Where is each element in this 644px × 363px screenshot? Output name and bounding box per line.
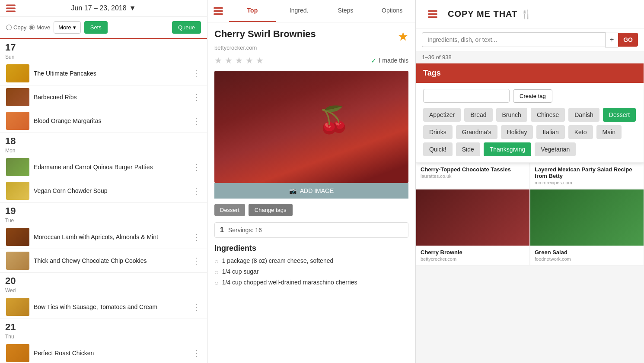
day-info: 21Thu xyxy=(5,322,17,340)
tag-chip-holiday[interactable]: Holiday xyxy=(501,125,533,139)
copy-radio[interactable] xyxy=(6,25,12,30)
meal-item[interactable]: Vegan Corn Chowder Soup ⋮ xyxy=(0,179,207,203)
tag-chip-bread[interactable]: Bread xyxy=(464,108,492,122)
servings-number: 1 xyxy=(220,226,224,234)
tag-chip-side[interactable]: Side xyxy=(456,142,480,156)
sets-button[interactable]: Sets xyxy=(84,21,108,34)
chevron-down-icon[interactable]: ▼ xyxy=(129,4,136,12)
recipe-image xyxy=(214,71,408,183)
tag-chip-grandma's[interactable]: Grandma's xyxy=(456,125,497,139)
tag-chip-danish[interactable]: Danish xyxy=(568,108,599,122)
meal-name: The Ultimate Pancakes xyxy=(34,69,186,77)
tag-chip-appetizer[interactable]: Appetizer xyxy=(423,108,461,122)
meal-item[interactable]: Thick and Chewy Chocolate Chip Cookies ⋮ xyxy=(0,249,207,273)
day-header: 20Wed xyxy=(0,273,207,295)
meal-options-icon[interactable]: ⋮ xyxy=(191,232,203,242)
search-row: + GO xyxy=(416,28,644,51)
meal-name: Blood Orange Margaritas xyxy=(34,117,186,125)
move-radio[interactable] xyxy=(29,25,35,30)
recipe-card-title: Cherry Brownie xyxy=(421,249,525,256)
day-header: 18Mon xyxy=(0,133,207,155)
star-4[interactable]: ★ xyxy=(245,55,253,66)
hamburger-menu-mid[interactable] xyxy=(207,1,229,21)
tag-chip-brunch[interactable]: Brunch xyxy=(496,108,527,122)
tag-chip-thanksgiving[interactable]: Thanksgiving xyxy=(484,142,532,156)
recipe-card-info: Cherry-Topped Chocolate Tassies lauratte… xyxy=(416,163,529,182)
star-2[interactable]: ★ xyxy=(225,55,233,66)
meal-options-icon[interactable]: ⋮ xyxy=(191,68,203,79)
day-header: 21Thu xyxy=(0,319,207,341)
meal-options-icon[interactable]: ⋮ xyxy=(191,256,203,266)
hamburger-menu-right[interactable] xyxy=(422,4,443,24)
dessert-tag[interactable]: Dessert xyxy=(214,204,245,216)
tag-search-input[interactable] xyxy=(423,89,510,103)
search-input[interactable] xyxy=(422,32,605,47)
tag-chip-dessert[interactable]: Dessert xyxy=(603,108,636,122)
queue-label: Queue xyxy=(178,24,195,31)
tab-steps[interactable]: Steps xyxy=(322,0,369,22)
meal-item[interactable]: Moroccan Lamb with Apricots, Almonds & M… xyxy=(0,225,207,249)
recipe-source: bettycrocker.com xyxy=(214,44,408,51)
recipe-card-source: laurattes.co.uk xyxy=(421,174,525,179)
servings-row: 1 Servings: 16 xyxy=(214,222,408,238)
hamburger-menu-left[interactable] xyxy=(6,5,16,12)
i-made-this[interactable]: ✓ I made this xyxy=(371,57,408,65)
mid-panel: Top Ingred. Steps Options Cherry Swirl B… xyxy=(207,0,416,363)
tag-chip-vegetarian[interactable]: Vegetarian xyxy=(535,142,576,156)
copy-radio-label[interactable]: Copy xyxy=(6,24,26,31)
meal-options-icon[interactable]: ⋮ xyxy=(191,186,203,196)
results-count: 1–36 of 938 xyxy=(416,51,644,63)
move-radio-label[interactable]: Move xyxy=(29,24,50,31)
camera-icon: 📷 xyxy=(289,187,296,194)
recipe-card[interactable]: Cherry Brownie bettycrocker.com xyxy=(416,189,530,265)
ingredient-item: ○ 1/4 cup sugar xyxy=(214,268,408,276)
more-button[interactable]: More ▾ xyxy=(54,21,81,34)
tab-ingredients[interactable]: Ingred. xyxy=(276,0,322,22)
meal-options-icon[interactable]: ⋮ xyxy=(191,162,203,172)
star-1[interactable]: ★ xyxy=(214,55,222,66)
recipe-card-info: Layered Mexican Party Salad Recipe from … xyxy=(530,163,644,189)
tab-options[interactable]: Options xyxy=(369,0,415,22)
star-3[interactable]: ★ xyxy=(235,55,243,66)
recipe-rating: ★ ★ ★ ★ ★ ✓ I made this xyxy=(214,55,408,66)
tag-chip-quick![interactable]: Quick! xyxy=(423,142,453,156)
meal-options-icon[interactable]: ⋮ xyxy=(191,116,203,126)
queue-button[interactable]: Queue xyxy=(172,21,201,34)
meal-options-icon[interactable]: ⋮ xyxy=(191,348,203,358)
meal-name: Bow Ties with Sausage, Tomatoes and Crea… xyxy=(34,303,186,311)
meal-item[interactable]: Edamame and Carrot Quinoa Burger Patties… xyxy=(0,155,207,179)
create-tag-button[interactable]: Create tag xyxy=(513,89,552,103)
left-header: Jun 17 – 23, 2018 ▼ xyxy=(0,0,207,17)
favorite-star-icon[interactable]: ★ xyxy=(398,29,408,44)
recipe-card-info: Green Salad foodnetwork.com xyxy=(530,246,644,265)
meal-item[interactable]: Barbecued Ribs ⋮ xyxy=(0,85,207,109)
bullet-icon: ○ xyxy=(214,258,219,265)
search-go-button[interactable]: GO xyxy=(618,33,638,47)
meal-item[interactable]: Perfect Roast Chicken ⋮ xyxy=(0,341,207,363)
tag-chip-chinese[interactable]: Chinese xyxy=(531,108,565,122)
meal-thumbnail xyxy=(6,252,29,270)
meal-name: Barbecued Ribs xyxy=(34,93,186,101)
meal-options-icon[interactable]: ⋮ xyxy=(191,92,203,102)
ingredient-item: ○ 1 package (8 oz) cream cheese, softene… xyxy=(214,257,408,265)
tag-chip-drinks[interactable]: Drinks xyxy=(423,125,453,139)
star-5[interactable]: ★ xyxy=(256,55,264,66)
hamburger-icon xyxy=(6,5,16,12)
tab-top[interactable]: Top xyxy=(229,0,276,22)
change-tags-button[interactable]: Change tags xyxy=(249,204,293,216)
meal-item[interactable]: Blood Orange Margaritas ⋮ xyxy=(0,109,207,133)
meal-item[interactable]: Bow Ties with Sausage, Tomatoes and Crea… xyxy=(0,295,207,319)
tag-chip-italian[interactable]: Italian xyxy=(536,125,564,139)
hamburger-icon-right xyxy=(428,10,437,18)
meal-options-icon[interactable]: ⋮ xyxy=(191,302,203,312)
logo-text: COPY ME THAT xyxy=(448,9,517,19)
meal-item[interactable]: The Ultimate Pancakes ⋮ xyxy=(0,62,207,85)
meal-thumbnail xyxy=(6,298,29,316)
tag-chip-keto[interactable]: Keto xyxy=(568,125,593,139)
add-image-bar[interactable]: 📷 ADD IMAGE xyxy=(214,183,408,199)
search-add-button[interactable]: + xyxy=(605,32,618,47)
tag-chip-main[interactable]: Main xyxy=(596,125,622,139)
recipe-card[interactable]: Green Salad foodnetwork.com xyxy=(530,189,644,265)
date-range: Jun 17 – 23, 2018 ▼ xyxy=(71,4,136,12)
day-info: 17Sun xyxy=(5,43,17,60)
